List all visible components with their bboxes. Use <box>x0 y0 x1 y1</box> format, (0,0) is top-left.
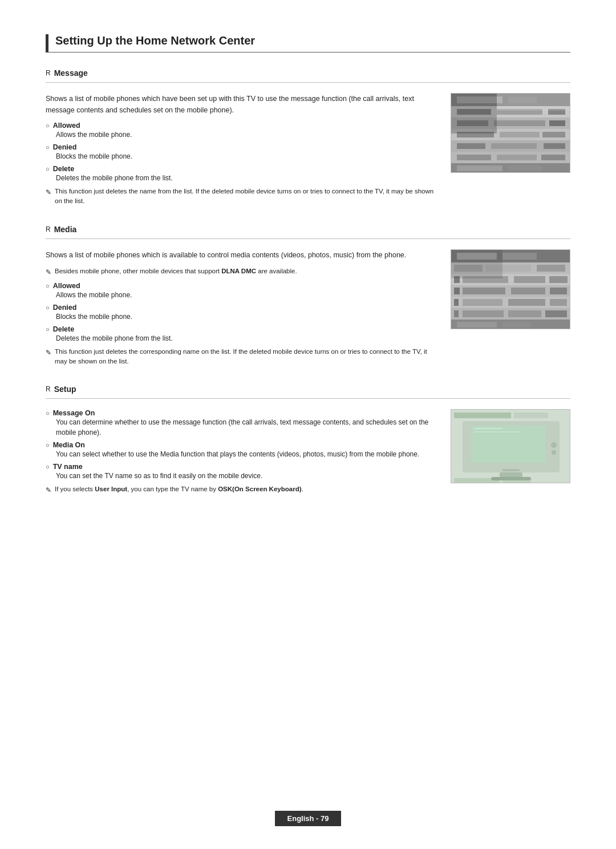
svg-rect-46 <box>550 288 567 294</box>
media-screen-image <box>451 249 570 329</box>
svg-rect-55 <box>508 310 541 317</box>
option-media-allowed-desc: Allows the mobile phone. <box>56 290 439 300</box>
section-message-title: Message <box>54 68 88 78</box>
svg-rect-51 <box>550 299 567 306</box>
svg-point-71 <box>551 442 557 448</box>
option-media-denied-label: Denied <box>46 304 439 312</box>
divider-message <box>46 82 570 83</box>
r-mark-setup: R <box>46 385 51 393</box>
svg-rect-15 <box>542 132 565 138</box>
svg-rect-19 <box>544 143 565 149</box>
section-media-header: R Media <box>46 225 570 234</box>
media-note-text: This function just deletes the correspon… <box>55 347 439 367</box>
section-message-header: R Message <box>46 68 570 78</box>
section-setup-body: Message On You can determine whether to … <box>46 409 570 498</box>
section-message-body: Shows a list of mobile phones which have… <box>46 93 570 209</box>
svg-rect-40 <box>514 276 545 283</box>
option-message-denied-desc: Blocks the mobile phone. <box>56 151 439 161</box>
svg-rect-28 <box>497 94 570 111</box>
svg-rect-68 <box>474 428 502 429</box>
setup-note: ✎ If you selects User Input, you can typ… <box>46 484 439 495</box>
note-icon-message: ✎ <box>46 187 51 197</box>
option-message-delete-desc: Deletes the mobile phone from the list. <box>56 173 439 183</box>
svg-rect-26 <box>508 165 542 171</box>
r-mark-media: R <box>46 225 51 233</box>
divider-setup <box>46 398 570 399</box>
svg-rect-45 <box>511 288 545 294</box>
svg-rect-69 <box>474 431 520 432</box>
option-setup-tv-name: TV name You can set the TV name so as to… <box>46 463 439 481</box>
option-setup-media-on-label: Media On <box>46 441 439 449</box>
section-media-body: Shows a list of mobile phones which is a… <box>46 249 570 369</box>
setup-tv-image <box>451 409 570 483</box>
svg-rect-48 <box>454 299 459 306</box>
section-message: R Message Shows a list of mobile phones … <box>46 68 570 209</box>
svg-rect-23 <box>541 155 565 160</box>
footer: English - 79 <box>0 811 616 826</box>
svg-rect-56 <box>545 310 567 317</box>
svg-rect-10 <box>494 120 545 126</box>
media-description: Shows a list of mobile phones which is a… <box>46 249 439 261</box>
svg-rect-25 <box>457 165 502 171</box>
svg-rect-43 <box>454 288 460 294</box>
svg-rect-17 <box>457 143 485 149</box>
svg-rect-63 <box>514 413 548 418</box>
media-extra-note: ✎ Besides mobile phone, other mobile dev… <box>46 266 439 277</box>
dlna-dmc-bold: DLNA DMC <box>221 268 256 274</box>
message-note-text: This function just deletes the name from… <box>55 187 439 207</box>
section-media-image <box>451 249 570 369</box>
note-icon-media: ✎ <box>46 347 51 358</box>
option-media-allowed-label: Allowed <box>46 282 439 290</box>
option-message-denied: Denied Blocks the mobile phone. <box>46 143 439 161</box>
user-input-bold: User Input <box>95 486 127 492</box>
footer-badge: English - 79 <box>275 811 342 826</box>
svg-rect-62 <box>454 413 511 418</box>
option-media-denied: Denied Blocks the mobile phone. <box>46 304 439 322</box>
section-message-image <box>451 93 570 209</box>
svg-rect-59 <box>502 322 531 328</box>
media-options: Allowed Allows the mobile phone. Denied … <box>46 282 439 343</box>
option-media-delete: Delete Deletes the mobile phone from the… <box>46 325 439 343</box>
svg-rect-27 <box>451 94 497 134</box>
svg-rect-49 <box>463 299 502 306</box>
svg-rect-50 <box>508 299 545 306</box>
option-setup-media-on: Media On You can select whether to use t… <box>46 441 439 459</box>
section-setup-title: Setup <box>54 385 76 394</box>
svg-rect-53 <box>454 310 459 317</box>
option-message-delete: Delete Deletes the mobile phone from the… <box>46 165 439 183</box>
svg-rect-41 <box>549 276 568 283</box>
option-setup-message-on-label: Message On <box>46 409 439 417</box>
section-setup-header: R Setup <box>46 385 570 394</box>
option-media-delete-desc: Deletes the mobile phone from the list. <box>56 333 439 343</box>
section-media: R Media Shows a list of mobile phones wh… <box>46 225 570 369</box>
svg-rect-14 <box>500 132 540 138</box>
option-message-allowed-desc: Allows the mobile phone. <box>56 130 439 140</box>
media-screen-svg <box>451 250 570 329</box>
option-message-allowed: Allowed Allows the mobile phone. <box>46 122 439 140</box>
svg-rect-74 <box>502 478 531 483</box>
svg-rect-54 <box>463 310 504 317</box>
setup-note-text: If you selects User Input, you can type … <box>55 484 303 494</box>
option-media-delete-label: Delete <box>46 325 439 333</box>
section-media-title: Media <box>54 225 77 234</box>
svg-rect-73 <box>454 478 500 483</box>
option-media-denied-desc: Blocks the mobile phone. <box>56 312 439 322</box>
option-media-allowed: Allowed Allows the mobile phone. <box>46 282 439 300</box>
svg-rect-22 <box>497 155 537 160</box>
media-note: ✎ This function just deletes the corresp… <box>46 347 439 367</box>
media-extra-note-text: Besides mobile phone, other mobile devic… <box>55 266 297 276</box>
section-setup-text: Message On You can determine whether to … <box>46 409 439 498</box>
svg-rect-21 <box>457 155 491 160</box>
svg-rect-18 <box>491 143 537 149</box>
page-title: Setting Up the Home Network Center <box>46 34 570 52</box>
section-setup: R Setup Message On You can determine whe… <box>46 385 570 498</box>
option-setup-message-on: Message On You can determine whether to … <box>46 409 439 438</box>
option-message-allowed-label: Allowed <box>46 122 439 130</box>
message-screen-svg <box>451 94 570 173</box>
divider-media <box>46 238 570 239</box>
option-setup-tv-name-label: TV name <box>46 463 439 471</box>
page-container: Setting Up the Home Network Center R Mes… <box>0 0 616 571</box>
svg-rect-66 <box>500 472 522 477</box>
svg-rect-58 <box>457 322 497 328</box>
svg-rect-32 <box>502 253 537 260</box>
